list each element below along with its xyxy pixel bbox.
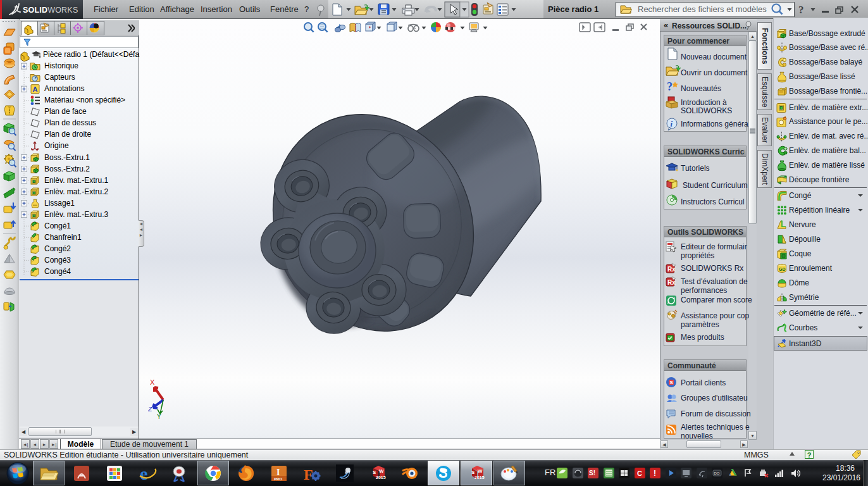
svg-text:2015: 2015 [376,475,386,480]
svg-text:W: W [478,468,483,474]
svg-text:Z: Z [148,406,152,413]
svg-text:?: ? [798,4,804,16]
svg-text:F: F [304,466,313,483]
svg-text:S!: S! [589,470,595,477]
svg-text:!: ! [654,469,656,478]
svg-text:S: S [471,470,475,475]
svg-text:i: i [671,119,673,128]
svg-text:I: I [276,468,280,477]
svg-text:2015: 2015 [474,475,485,480]
svg-text:GD: GD [779,267,786,271]
svg-text:DO: DO [714,471,720,475]
svg-text:W: W [379,468,384,474]
svg-text:Rx: Rx [667,279,676,286]
svg-text:?: ? [667,80,673,93]
svg-text:S: S [373,470,376,475]
svg-text:PRO: PRO [274,477,282,481]
svg-text:e: e [140,464,147,483]
svg-text:Rx: Rx [667,266,676,273]
svg-text:X: X [150,378,155,386]
svg-text:S: S [670,380,674,385]
svg-text:C: C [637,470,642,477]
svg-text:Y: Y [157,413,161,419]
